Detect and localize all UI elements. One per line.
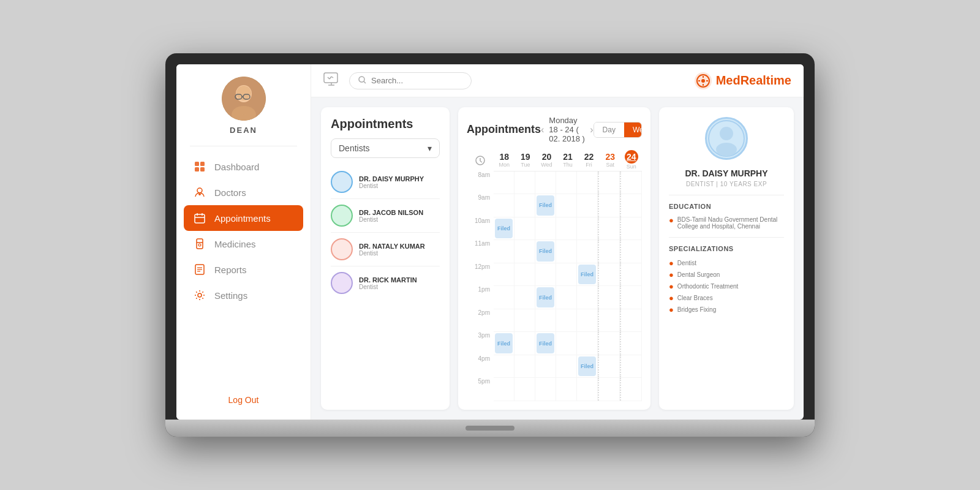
filed-block[interactable]: Filed — [578, 356, 596, 377]
cell-1pm-19[interactable] — [514, 286, 535, 309]
doctor-name-1: DR. DAISY MURPHY — [359, 175, 424, 183]
cell-10am-18[interactable]: Filed — [494, 217, 514, 240]
cell-9am-21[interactable] — [556, 194, 577, 217]
spec-label-4: Clear Braces — [677, 295, 713, 301]
list-item[interactable]: DR. JACOB NILSON Dentist — [331, 199, 440, 233]
filed-block[interactable]: Filed — [495, 333, 513, 353]
filed-block[interactable]: Filed — [495, 219, 513, 239]
cell-4pm-23[interactable] — [598, 355, 620, 378]
sidebar-item-dashboard[interactable]: Dashboard — [176, 154, 311, 179]
cell-11am-22[interactable] — [577, 240, 598, 263]
cell-1pm-23[interactable] — [598, 286, 620, 309]
cell-12pm-20[interactable] — [535, 263, 556, 286]
cell-5pm-20[interactable] — [535, 378, 556, 401]
cell-8am-19[interactable] — [514, 172, 535, 194]
cell-3pm-22[interactable] — [577, 332, 598, 355]
cell-12pm-18[interactable] — [494, 263, 514, 286]
reports-icon — [194, 263, 206, 276]
view-btn-day[interactable]: Day — [594, 123, 624, 137]
filed-block[interactable]: Filed — [578, 265, 596, 285]
cell-5pm-18[interactable] — [494, 378, 514, 401]
cell-8am-23[interactable] — [598, 172, 620, 194]
cell-10am-22[interactable] — [577, 217, 598, 240]
search-box[interactable] — [349, 72, 472, 89]
cell-11am-24[interactable] — [620, 240, 642, 263]
cell-5pm-22[interactable] — [577, 378, 598, 401]
cell-11am-19[interactable] — [514, 240, 535, 263]
filed-block[interactable]: Filed — [537, 241, 554, 262]
cell-1pm-24[interactable] — [620, 286, 642, 309]
sidebar-item-reports[interactable]: Reports — [176, 257, 311, 282]
cell-2pm-24[interactable] — [620, 309, 642, 332]
cell-2pm-20[interactable] — [535, 309, 556, 332]
cell-4pm-20[interactable] — [535, 355, 556, 378]
cell-12pm-24[interactable] — [620, 263, 642, 286]
cell-10am-21[interactable] — [556, 217, 577, 240]
next-week-arrow[interactable]: › — [590, 124, 593, 135]
cell-11am-18[interactable] — [494, 240, 514, 263]
list-item[interactable]: DR. NATALY KUMAR Dentist — [331, 233, 440, 266]
cell-2pm-19[interactable] — [514, 309, 535, 332]
cell-1pm-20[interactable]: Filed — [535, 286, 556, 309]
prev-week-arrow[interactable]: ‹ — [541, 124, 544, 135]
cell-4pm-24[interactable] — [620, 355, 642, 378]
cell-3pm-21[interactable] — [556, 332, 577, 355]
cell-5pm-24[interactable] — [620, 378, 642, 401]
cell-10am-20[interactable] — [535, 217, 556, 240]
cell-12pm-21[interactable] — [556, 263, 577, 286]
cell-4pm-18[interactable] — [494, 355, 514, 378]
cell-10am-23[interactable] — [598, 217, 620, 240]
sidebar-item-medicines[interactable]: Medicines — [176, 231, 311, 257]
cell-9am-23[interactable] — [598, 194, 620, 217]
cell-12pm-19[interactable] — [514, 263, 535, 286]
sidebar-item-doctors[interactable]: Doctors — [176, 179, 311, 205]
cell-2pm-22[interactable] — [577, 309, 598, 332]
cell-5pm-23[interactable] — [598, 378, 620, 401]
dentists-dropdown[interactable]: Dentists ▾ — [331, 138, 440, 158]
cell-12pm-23[interactable] — [598, 263, 620, 286]
cell-4pm-22[interactable]: Filed — [577, 355, 598, 378]
cell-11am-23[interactable] — [598, 240, 620, 263]
cell-2pm-21[interactable] — [556, 309, 577, 332]
cell-1pm-22[interactable] — [577, 286, 598, 309]
list-item[interactable]: DR. DAISY MURPHY Dentist — [331, 165, 440, 199]
cell-3pm-20[interactable]: Filed — [535, 332, 556, 355]
sidebar-item-appointments[interactable]: Appointments — [184, 205, 303, 231]
cell-11am-20[interactable]: Filed — [535, 240, 556, 263]
cell-3pm-23[interactable] — [598, 332, 620, 355]
list-item[interactable]: DR. RICK MARTIN Dentist — [331, 266, 440, 300]
cell-9am-24[interactable] — [620, 194, 642, 217]
cell-9am-18[interactable] — [494, 194, 514, 217]
cell-8am-21[interactable] — [556, 172, 577, 194]
cell-5pm-19[interactable] — [514, 378, 535, 401]
filed-block[interactable]: Filed — [537, 287, 554, 307]
cell-8am-24[interactable] — [620, 172, 642, 194]
cell-8am-20[interactable] — [535, 172, 556, 194]
cell-3pm-18[interactable]: Filed — [494, 332, 514, 355]
logout-button[interactable]: Log Out — [228, 390, 259, 410]
cell-8am-18[interactable] — [494, 172, 514, 194]
sidebar-item-settings[interactable]: Settings — [176, 282, 311, 308]
cell-9am-19[interactable] — [514, 194, 535, 217]
filed-block[interactable]: Filed — [537, 333, 554, 353]
filed-block[interactable]: Filed — [537, 195, 554, 216]
cell-2pm-18[interactable] — [494, 309, 514, 332]
search-input[interactable] — [371, 76, 457, 85]
cell-12pm-22[interactable]: Filed — [577, 263, 598, 286]
cell-10am-24[interactable] — [620, 217, 642, 240]
cell-10am-19[interactable] — [514, 217, 535, 240]
day-num-24: 24 — [625, 150, 638, 164]
cell-1pm-21[interactable] — [556, 286, 577, 309]
cell-9am-20[interactable]: Filed — [535, 194, 556, 217]
cell-8am-22[interactable] — [577, 172, 598, 194]
cell-9am-22[interactable] — [577, 194, 598, 217]
view-btn-week[interactable]: Week — [624, 123, 642, 137]
cell-4pm-21[interactable] — [556, 355, 577, 378]
cell-5pm-21[interactable] — [556, 378, 577, 401]
cell-1pm-18[interactable] — [494, 286, 514, 309]
cell-11am-21[interactable] — [556, 240, 577, 263]
cell-4pm-19[interactable] — [514, 355, 535, 378]
cell-3pm-24[interactable] — [620, 332, 642, 355]
cell-3pm-19[interactable] — [514, 332, 535, 355]
cell-2pm-23[interactable] — [598, 309, 620, 332]
